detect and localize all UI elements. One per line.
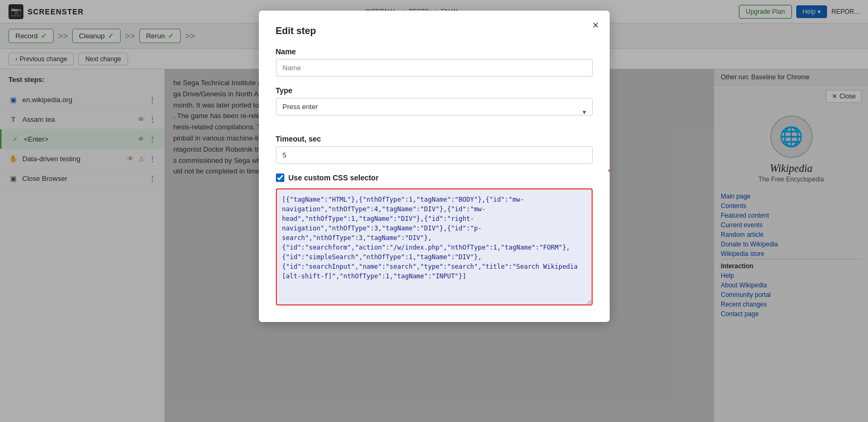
css-selector-label: Use custom CSS selector (289, 173, 379, 182)
modal-close-button[interactable]: × (593, 19, 599, 31)
type-label: Type (276, 86, 593, 95)
css-selector-checkbox[interactable] (276, 173, 284, 182)
name-label: Name (276, 47, 593, 56)
css-selector-row: Use custom CSS selector (276, 173, 593, 182)
css-selector-textarea[interactable]: [{"tagName":"HTML"},{"nthOfType":1,"tagN… (276, 188, 593, 305)
type-select[interactable]: Press enter Click Type Navigate Wait (276, 98, 593, 115)
modal-overlay: × Edit step Name Type Press enter Click … (0, 0, 868, 422)
timeout-label: Timeout, sec (276, 135, 593, 143)
modal-title: Edit step (276, 26, 593, 37)
type-select-wrapper: Press enter Click Type Navigate Wait (276, 98, 593, 125)
css-textarea-container: [{"tagName":"HTML"},{"nthOfType":1,"tagN… (276, 188, 593, 307)
edit-step-modal: × Edit step Name Type Press enter Click … (259, 11, 610, 322)
svg-line-1 (609, 131, 610, 171)
name-input[interactable] (276, 59, 593, 77)
timeout-input[interactable] (276, 146, 593, 164)
